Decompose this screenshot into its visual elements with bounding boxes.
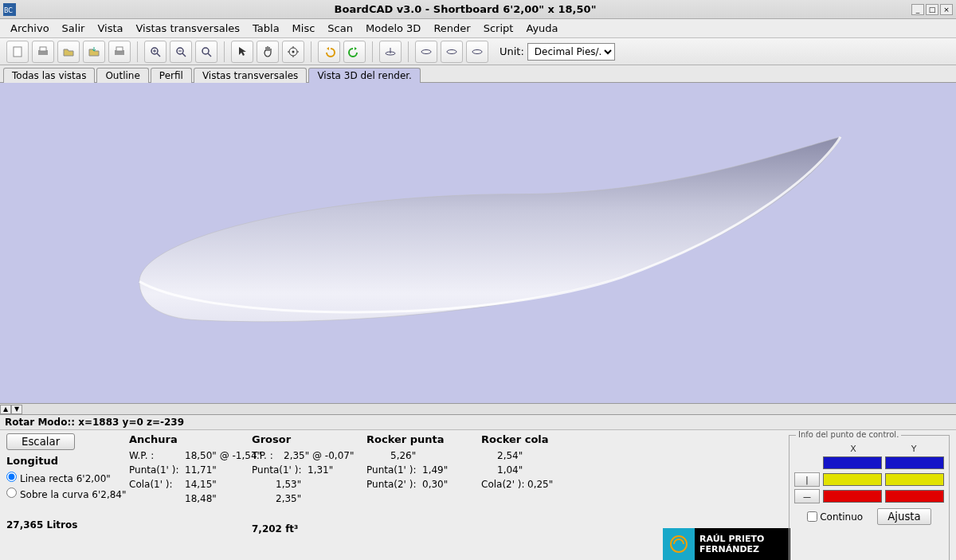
menu-misc[interactable]: Misc xyxy=(287,21,321,36)
svg-rect-6 xyxy=(116,47,123,51)
svg-point-14 xyxy=(202,48,209,54)
svg-point-20 xyxy=(421,49,431,53)
tab-outline[interactable]: Outline xyxy=(96,68,148,83)
maximize-button[interactable]: □ xyxy=(926,4,938,15)
svg-line-12 xyxy=(182,53,186,57)
scroll-down-button[interactable]: ▼ xyxy=(11,405,22,414)
swatch-red-y[interactable] xyxy=(885,490,944,503)
profile1-button[interactable] xyxy=(379,41,402,63)
swatch-blue-x[interactable] xyxy=(823,456,882,469)
menu-modelo-3d[interactable]: Modelo 3D xyxy=(360,21,426,36)
rotate-button[interactable] xyxy=(282,41,304,63)
red-pre-button[interactable]: — xyxy=(794,489,820,503)
volume-ft3: 7,202 ft³ xyxy=(252,523,363,535)
tab-vistas-transversales[interactable]: Vistas transversales xyxy=(194,68,308,83)
open-button[interactable] xyxy=(57,41,80,63)
sobre-curva-label: Sobre la curva 6'2,84" xyxy=(20,489,127,500)
menu-ayuda[interactable]: Ayuda xyxy=(520,21,563,36)
control-point-info: Info del punto de control. XY | — Contin… xyxy=(789,435,950,560)
menu-script[interactable]: Script xyxy=(478,21,519,36)
rocker-punta-title: Rocker punta xyxy=(366,433,478,445)
print2-button[interactable] xyxy=(108,41,131,63)
svg-rect-2 xyxy=(14,47,22,57)
scroll-strip: ▲ ▼ xyxy=(0,404,956,415)
tab-todas-las-vistas[interactable]: Todas las vistas xyxy=(3,68,95,83)
menubar: Archivo Salir Vista Vistas transversales… xyxy=(0,19,956,38)
ajusta-button[interactable]: Ajusta xyxy=(877,508,931,525)
sobre-curva-radio[interactable] xyxy=(6,488,17,498)
tab-vista-3d-render[interactable]: Vista 3D del render. xyxy=(308,68,421,83)
menu-salir[interactable]: Salir xyxy=(57,21,91,36)
anchura-title: Anchura xyxy=(129,433,249,445)
linea-recta-radio[interactable] xyxy=(6,472,17,482)
3d-viewport[interactable] xyxy=(0,83,956,404)
linea-recta-label: Linea recta 6'2,00" xyxy=(20,473,111,484)
menu-render[interactable]: Render xyxy=(428,21,476,36)
minimize-button[interactable]: _ xyxy=(911,4,924,15)
view3-button[interactable] xyxy=(466,41,488,63)
zoom-out-button[interactable] xyxy=(170,41,192,63)
print-button[interactable] xyxy=(32,41,54,63)
menu-vista[interactable]: Vista xyxy=(92,21,128,36)
svg-point-17 xyxy=(292,50,295,53)
close-button[interactable]: × xyxy=(940,4,953,15)
continuo-checkbox[interactable]: Continuo xyxy=(807,511,863,523)
grosor-title: Grosor xyxy=(252,433,363,445)
svg-rect-4 xyxy=(40,47,46,51)
view1-button[interactable] xyxy=(415,41,437,63)
logo-icon xyxy=(663,528,695,560)
menu-scan[interactable]: Scan xyxy=(322,21,358,36)
window-title: BoardCAD v3.0 - Shortboard 6'2,00" x 18,… xyxy=(21,3,910,15)
rocker-cola-title: Rocker cola xyxy=(481,433,577,445)
titlebar: BC BoardCAD v3.0 - Shortboard 6'2,00" x … xyxy=(0,0,956,19)
view-tabs: Todas las vistas Outline Perfil Vistas t… xyxy=(0,65,956,83)
app-icon: BC xyxy=(3,3,16,16)
svg-line-8 xyxy=(157,53,160,57)
unit-label: Unit: xyxy=(500,45,524,57)
yellow-pre-button[interactable]: | xyxy=(794,472,820,487)
unit-select[interactable]: Decimal Pies/... xyxy=(527,43,615,61)
svg-line-15 xyxy=(208,53,211,57)
svg-point-22 xyxy=(472,49,482,53)
swatch-yellow-x[interactable] xyxy=(823,473,882,486)
status-text: Rotar Modo:: x=1883 y=0 z=-239 xyxy=(0,415,956,429)
swatch-red-x[interactable] xyxy=(823,490,882,503)
zoom-in-button[interactable] xyxy=(144,41,167,63)
escalar-button[interactable]: Escalar xyxy=(6,433,75,450)
scroll-up-button[interactable]: ▲ xyxy=(0,405,11,414)
zoom-fit-button[interactable] xyxy=(195,41,217,63)
svg-text:BC: BC xyxy=(4,7,13,14)
save-button[interactable] xyxy=(83,41,105,63)
svg-point-21 xyxy=(447,49,456,53)
swatch-yellow-y[interactable] xyxy=(885,473,944,486)
toolbar: Unit: Decimal Pies/... xyxy=(0,38,956,65)
pointer-button[interactable] xyxy=(231,41,253,63)
author-logo: RAÚL PRIETOFERNÁNDEZ xyxy=(663,528,790,560)
menu-tabla[interactable]: Tabla xyxy=(247,21,285,36)
undo-button[interactable] xyxy=(318,41,340,63)
redo-button[interactable] xyxy=(343,41,366,63)
longitud-label: Longitud xyxy=(6,455,126,467)
tab-perfil[interactable]: Perfil xyxy=(151,68,192,83)
view2-button[interactable] xyxy=(441,41,463,63)
menu-vistas-transversales[interactable]: Vistas transversales xyxy=(130,21,245,36)
menu-archivo[interactable]: Archivo xyxy=(5,21,55,36)
spec-panel: Escalar Longitud Linea recta 6'2,00" Sob… xyxy=(0,429,956,560)
pan-button[interactable] xyxy=(257,41,279,63)
new-button[interactable] xyxy=(6,41,29,63)
ctrl-legend: Info del punto de control. xyxy=(796,430,901,439)
swatch-blue-y[interactable] xyxy=(885,456,944,469)
volume-litros: 27,365 Litros xyxy=(6,519,126,531)
